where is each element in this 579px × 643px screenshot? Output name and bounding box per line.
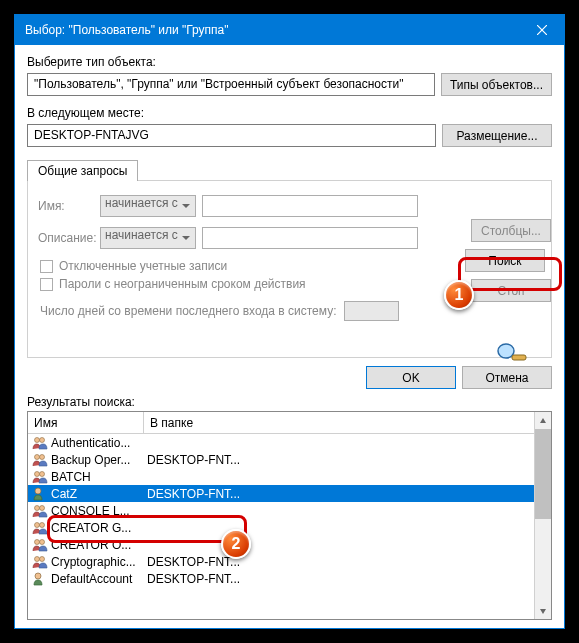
result-row[interactable]: CREATOR G... — [28, 519, 551, 536]
window-title: Выбор: "Пользователь" или "Группа" — [25, 23, 519, 37]
result-row[interactable]: Authenticatio... — [28, 434, 551, 451]
result-name: CatZ — [51, 487, 147, 501]
group-icon — [32, 554, 48, 570]
name-input[interactable] — [202, 195, 418, 217]
object-types-button[interactable]: Типы объектов... — [441, 73, 552, 96]
result-row[interactable]: BATCH — [28, 468, 551, 485]
group-icon — [32, 435, 48, 451]
stop-button[interactable]: Стоп — [471, 279, 551, 302]
desc-label: Описание: — [38, 231, 100, 245]
find-now-button[interactable]: Поиск — [465, 249, 545, 272]
cancel-button[interactable]: Отмена — [462, 366, 552, 389]
days-since-login-input[interactable] — [344, 301, 399, 321]
svg-point-18 — [40, 556, 45, 561]
svg-rect-3 — [512, 355, 526, 360]
result-row[interactable]: CONSOLE L... — [28, 502, 551, 519]
svg-point-16 — [40, 539, 45, 544]
scroll-thumb[interactable] — [535, 429, 551, 519]
result-row[interactable]: DefaultAccountDESKTOP-FNT... — [28, 570, 551, 587]
result-folder: DESKTOP-FNT... — [147, 555, 240, 569]
result-folder: DESKTOP-FNT... — [147, 487, 240, 501]
result-row[interactable]: CREATOR O... — [28, 536, 551, 553]
result-folder: DESKTOP-FNT... — [147, 589, 240, 590]
locations-button[interactable]: Размещение... — [442, 124, 552, 147]
svg-point-6 — [35, 454, 40, 459]
scroll-up-button[interactable] — [535, 412, 551, 429]
svg-point-11 — [35, 505, 40, 510]
svg-point-13 — [35, 522, 40, 527]
dialog-window: Выбор: "Пользователь" или "Группа" Выбер… — [14, 14, 565, 629]
svg-point-12 — [40, 505, 45, 510]
group-icon — [32, 503, 48, 519]
result-row[interactable]: Device OwnersDESKTOP-FNT... — [28, 587, 551, 589]
non-expiring-password-label: Пароли с неограниченным сроком действия — [59, 277, 306, 291]
svg-marker-22 — [540, 418, 546, 423]
annotation-badge-1: 1 — [444, 280, 474, 310]
svg-point-8 — [35, 471, 40, 476]
group-icon — [32, 469, 48, 485]
result-row[interactable]: CatZDESKTOP-FNT... — [28, 485, 551, 502]
user-icon — [32, 571, 48, 587]
titlebar[interactable]: Выбор: "Пользователь" или "Группа" — [15, 15, 564, 45]
result-name: Cryptographic... — [51, 555, 147, 569]
columns-button[interactable]: Столбцы... — [471, 219, 551, 242]
results-list[interactable]: Имя В папке Authenticatio...Backup Oper.… — [27, 411, 552, 620]
close-icon — [537, 25, 547, 35]
svg-point-19 — [35, 573, 41, 579]
disabled-accounts-checkbox[interactable] — [40, 260, 53, 273]
search-icon — [494, 341, 528, 368]
group-icon — [32, 520, 48, 536]
results-label: Результаты поиска: — [27, 395, 552, 409]
svg-point-7 — [40, 454, 45, 459]
location-label: В следующем месте: — [27, 106, 552, 120]
result-name: CREATOR O... — [51, 538, 147, 552]
name-match-select[interactable]: начинается с — [100, 195, 196, 217]
group-icon — [32, 537, 48, 553]
svg-point-2 — [498, 344, 514, 358]
ok-button[interactable]: OK — [366, 366, 456, 389]
object-type-label: Выберите тип объекта: — [27, 55, 552, 69]
result-name: DefaultAccount — [51, 572, 147, 586]
results-col-folder[interactable]: В папке — [144, 416, 551, 430]
result-name: CONSOLE L... — [51, 504, 147, 518]
days-since-login-label: Число дней со времени последнего входа в… — [40, 304, 336, 318]
result-row[interactable]: Cryptographic...DESKTOP-FNT... — [28, 553, 551, 570]
location-field[interactable]: DESKTOP-FNTAJVG — [27, 124, 436, 147]
result-name: Backup Oper... — [51, 453, 147, 467]
group-icon — [32, 588, 48, 590]
result-name: BATCH — [51, 470, 147, 484]
non-expiring-password-checkbox[interactable] — [40, 278, 53, 291]
result-folder: DESKTOP-FNT... — [147, 572, 240, 586]
results-scrollbar[interactable] — [534, 412, 551, 619]
close-button[interactable] — [519, 15, 564, 45]
result-name: Device Owners — [51, 589, 147, 590]
svg-point-17 — [35, 556, 40, 561]
result-folder: DESKTOP-FNT... — [147, 453, 240, 467]
svg-point-10 — [35, 488, 41, 494]
desc-input[interactable] — [202, 227, 418, 249]
user-icon — [32, 486, 48, 502]
group-icon — [32, 452, 48, 468]
desc-match-select[interactable]: начинается с — [100, 227, 196, 249]
results-col-name[interactable]: Имя — [28, 412, 144, 433]
result-name: CREATOR G... — [51, 521, 147, 535]
tab-common-queries[interactable]: Общие запросы — [27, 160, 138, 181]
svg-point-15 — [35, 539, 40, 544]
result-row[interactable]: Backup Oper...DESKTOP-FNT... — [28, 451, 551, 468]
result-name: Authenticatio... — [51, 436, 147, 450]
annotation-badge-2: 2 — [221, 529, 251, 559]
svg-marker-23 — [540, 609, 546, 614]
name-label: Имя: — [38, 199, 100, 213]
svg-point-4 — [35, 437, 40, 442]
svg-point-14 — [40, 522, 45, 527]
object-type-field[interactable]: "Пользователь", "Группа" или "Встроенный… — [27, 73, 435, 96]
disabled-accounts-label: Отключенные учетные записи — [59, 259, 227, 273]
svg-point-5 — [40, 437, 45, 442]
svg-point-9 — [40, 471, 45, 476]
scroll-down-button[interactable] — [535, 602, 551, 619]
